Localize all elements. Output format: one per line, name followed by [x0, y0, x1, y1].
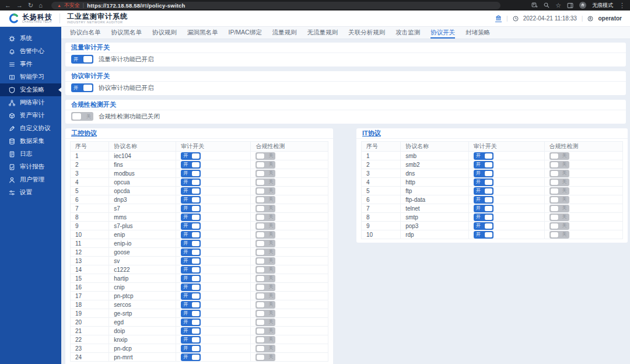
bookmark-star-icon[interactable]: ☆	[555, 2, 561, 9]
toggle-off[interactable]: 关	[256, 196, 275, 204]
toggle-on[interactable]: 开	[181, 345, 201, 352]
toggle-on[interactable]: 开	[181, 301, 201, 309]
tab-protocol-rules[interactable]: 协议规则	[152, 27, 177, 38]
toggle-off[interactable]: 关	[256, 318, 275, 326]
toggle-off[interactable]: 关	[550, 222, 569, 230]
tab-attack-monitor[interactable]: 攻击监测	[396, 27, 420, 38]
toggle-off[interactable]: 关	[256, 214, 275, 221]
toggle-on[interactable]: 开	[181, 196, 201, 204]
toggle-on[interactable]: 开	[181, 257, 201, 265]
toggle-on[interactable]: 开	[181, 170, 201, 177]
toggle-off[interactable]: 关	[550, 214, 569, 221]
toggle-on[interactable]: 开	[181, 231, 201, 239]
toggle-off[interactable]: 关	[256, 301, 275, 309]
toggle-on[interactable]: 开	[181, 354, 201, 361]
toggle-off[interactable]: 关	[256, 178, 275, 186]
username[interactable]: operator	[598, 15, 622, 22]
toggle-on[interactable]: 开	[474, 178, 494, 186]
sidebar-item-user-management[interactable]: 用户管理	[0, 173, 61, 186]
toggle-off[interactable]: 关	[550, 152, 569, 160]
sidebar-item-system[interactable]: 系统	[0, 32, 61, 45]
toggle-on[interactable]: 开	[474, 170, 494, 177]
sidebar-item-settings[interactable]: 设置	[0, 186, 61, 199]
toggle-off[interactable]: 关	[550, 170, 569, 177]
reload-icon[interactable]: ↻	[28, 2, 33, 9]
toggle-off[interactable]: 关	[256, 354, 275, 361]
toggle-on[interactable]: 开	[71, 83, 93, 92]
toggle-off[interactable]: 关	[550, 231, 569, 239]
toggle-off[interactable]: 关	[550, 196, 569, 204]
tab-vuln-blacklist[interactable]: 漏洞黑名单	[187, 27, 218, 38]
toggle-off[interactable]: 关	[256, 284, 275, 291]
sidebar-item-security-policy[interactable]: 安全策略	[0, 83, 61, 96]
back-icon[interactable]: ←	[5, 2, 11, 9]
toggle-on[interactable]: 开	[71, 55, 93, 64]
toggle-off[interactable]: 关	[256, 257, 275, 265]
tab-protocol-whitelist[interactable]: 协议白名单	[70, 27, 101, 38]
tab-protocol-switch[interactable]: 协议开关	[430, 27, 455, 38]
toggle-off[interactable]: 关	[256, 336, 275, 344]
toggle-on[interactable]: 开	[474, 205, 494, 212]
toggle-on[interactable]: 开	[181, 178, 201, 186]
toggle-on[interactable]: 开	[474, 152, 494, 160]
warning-icon[interactable]: ▲	[57, 4, 61, 8]
toggle-on[interactable]: 开	[181, 318, 201, 326]
toggle-on[interactable]: 开	[474, 187, 494, 195]
toggle-on[interactable]: 开	[181, 222, 201, 230]
toggle-on[interactable]: 开	[181, 310, 201, 317]
toggle-off[interactable]: 关	[256, 231, 275, 239]
toggle-off[interactable]: 关	[256, 249, 275, 256]
toggle-off[interactable]: 关	[256, 292, 275, 300]
toggle-on[interactable]: 开	[181, 152, 201, 160]
sidebar-item-alert-center[interactable]: 告警中心	[0, 45, 61, 58]
tab-blocking-policy[interactable]: 封堵策略	[466, 27, 490, 38]
toggle-on[interactable]: 开	[474, 161, 494, 169]
forward-icon[interactable]: →	[16, 2, 23, 9]
toggle-off[interactable]: 关	[256, 327, 275, 335]
tab-protocol-blacklist[interactable]: 协议黑名单	[111, 27, 142, 38]
toggle-on[interactable]: 开	[474, 214, 494, 221]
toggle-on[interactable]: 开	[474, 231, 494, 239]
toggle-off[interactable]: 关	[256, 345, 275, 352]
toggle-off[interactable]: 关	[550, 178, 569, 186]
toggle-off[interactable]: 关	[256, 222, 275, 230]
organization-icon[interactable]	[495, 15, 502, 22]
search-icon[interactable]	[544, 2, 550, 8]
sidebar-item-logs[interactable]: 日志	[0, 148, 61, 160]
toggle-off[interactable]: 关	[256, 310, 275, 317]
toggle-on[interactable]: 开	[181, 240, 201, 247]
brand-logo[interactable]: 长扬科技 CHANGYANG TECH	[8, 13, 52, 24]
sidebar-item-events[interactable]: 事件	[0, 58, 61, 71]
sidebar-item-data-collection[interactable]: 数据采集	[0, 135, 61, 148]
toggle-off[interactable]: 关	[256, 266, 275, 274]
browser-menu-icon[interactable]: ⋮	[619, 2, 625, 9]
toggle-on[interactable]: 开	[181, 205, 201, 212]
toggle-off[interactable]: 关	[71, 112, 93, 121]
tab-ip-mac-binding[interactable]: IP/MAC绑定	[229, 27, 262, 38]
toggle-on[interactable]: 开	[474, 196, 494, 204]
toggle-on[interactable]: 开	[181, 292, 201, 300]
toggle-on[interactable]: 开	[181, 161, 201, 169]
toggle-on[interactable]: 开	[181, 275, 201, 282]
toggle-on[interactable]: 开	[181, 187, 201, 195]
sidebar-item-network-audit[interactable]: 网络审计	[0, 96, 61, 109]
toggle-on[interactable]: 开	[181, 266, 201, 274]
toggle-off[interactable]: 关	[256, 187, 275, 195]
toggle-off[interactable]: 关	[256, 275, 275, 282]
incognito-avatar[interactable]	[579, 2, 586, 9]
toggle-on[interactable]: 开	[474, 222, 494, 230]
toggle-off[interactable]: 关	[256, 205, 275, 212]
toggle-off[interactable]: 关	[256, 170, 275, 177]
toggle-off[interactable]: 关	[256, 161, 275, 169]
toggle-off[interactable]: 关	[256, 152, 275, 160]
sidebar-item-asset-audit[interactable]: 资产审计	[0, 109, 61, 122]
translate-icon[interactable]	[531, 2, 538, 9]
toggle-on[interactable]: 开	[181, 214, 201, 221]
url-bar[interactable]: ▲ 不安全 | https://172.18.58.58/#!/policy-s…	[51, 2, 501, 9]
toggle-on[interactable]: 开	[181, 284, 201, 291]
toggle-off[interactable]: 关	[256, 240, 275, 247]
side-panel-icon[interactable]	[567, 2, 573, 9]
sidebar-item-custom-protocol[interactable]: 自定义协议	[0, 122, 61, 135]
toggle-off[interactable]: 关	[550, 187, 569, 195]
toggle-off[interactable]: 关	[550, 205, 569, 212]
